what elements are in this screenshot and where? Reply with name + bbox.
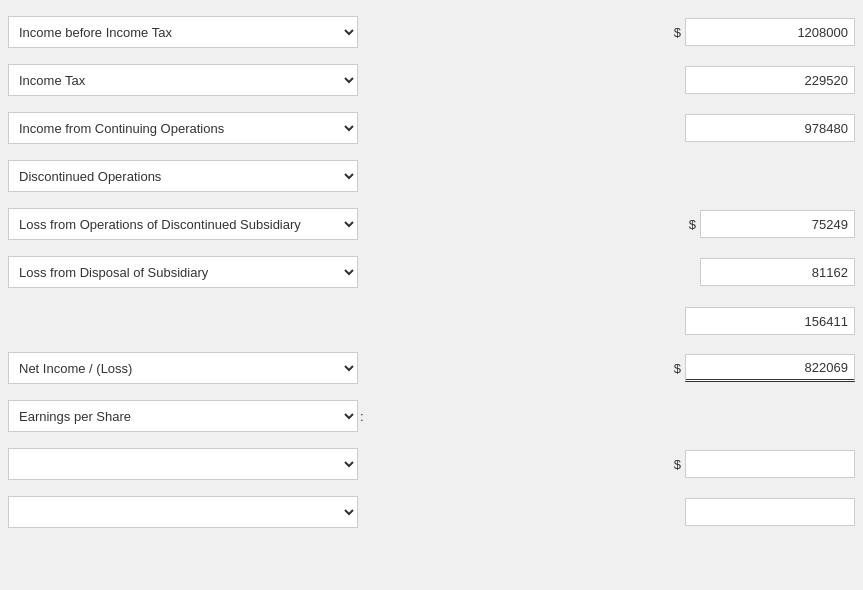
eps-row-1: $ xyxy=(0,440,863,488)
loss-from-ops-input[interactable] xyxy=(700,210,855,238)
subtotal-row xyxy=(0,296,863,344)
subtotal-input[interactable] xyxy=(685,307,855,335)
income-continuing-row: Income from Continuing Operations xyxy=(0,104,863,152)
earnings-per-share-select[interactable]: Earnings per Share xyxy=(8,400,358,432)
income-continuing-select[interactable]: Income from Continuing Operations xyxy=(8,112,358,144)
loss-from-disposal-input[interactable] xyxy=(700,258,855,286)
net-income-dollar: $ xyxy=(674,361,681,376)
income-tax-row: Income Tax xyxy=(0,56,863,104)
colon-label: : xyxy=(360,409,364,424)
income-before-tax-row: Income before Income Tax $ xyxy=(0,8,863,56)
net-income-row: Net Income / (Loss) $ xyxy=(0,344,863,392)
income-before-tax-select[interactable]: Income before Income Tax xyxy=(8,16,358,48)
income-tax-select[interactable]: Income Tax xyxy=(8,64,358,96)
eps-input-1[interactable] xyxy=(685,450,855,478)
income-statement-form: Income before Income Tax $ Income Tax In… xyxy=(0,0,863,590)
discontinued-ops-row: Discontinued Operations xyxy=(0,152,863,200)
net-income-input[interactable] xyxy=(685,354,855,382)
eps-select-1[interactable] xyxy=(8,448,358,480)
income-continuing-input[interactable] xyxy=(685,114,855,142)
loss-from-disposal-select[interactable]: Loss from Disposal of Subsidiary xyxy=(8,256,358,288)
eps-input-2[interactable] xyxy=(685,498,855,526)
loss-from-disposal-row: Loss from Disposal of Subsidiary xyxy=(0,248,863,296)
loss-from-ops-row: Loss from Operations of Discontinued Sub… xyxy=(0,200,863,248)
income-tax-input[interactable] xyxy=(685,66,855,94)
loss-from-ops-dollar: $ xyxy=(689,217,696,232)
income-before-tax-dollar: $ xyxy=(674,25,681,40)
eps-select-2[interactable] xyxy=(8,496,358,528)
eps-dollar-1: $ xyxy=(674,457,681,472)
earnings-per-share-row: Earnings per Share : xyxy=(0,392,863,440)
net-income-select[interactable]: Net Income / (Loss) xyxy=(8,352,358,384)
eps-row-2 xyxy=(0,488,863,536)
loss-from-ops-select[interactable]: Loss from Operations of Discontinued Sub… xyxy=(8,208,358,240)
discontinued-ops-select[interactable]: Discontinued Operations xyxy=(8,160,358,192)
income-before-tax-input[interactable] xyxy=(685,18,855,46)
